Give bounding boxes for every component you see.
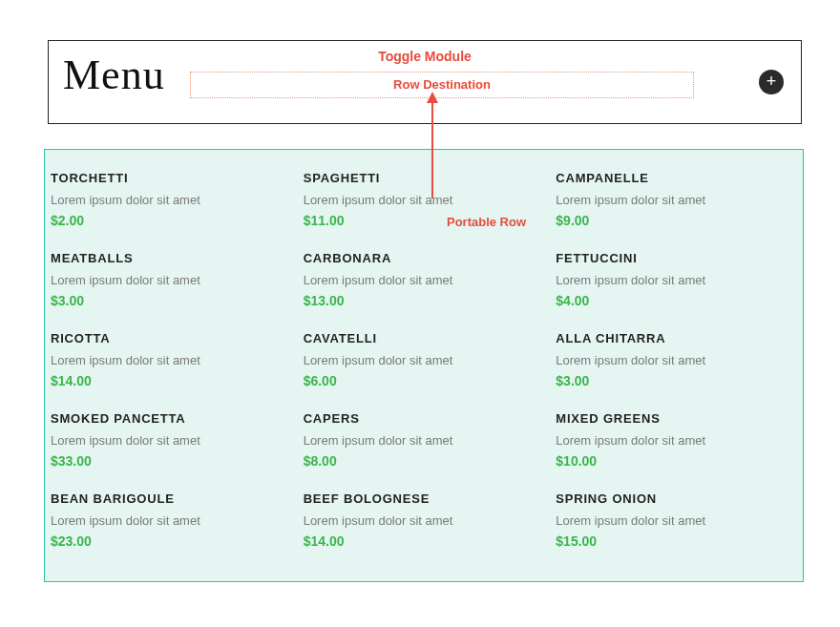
portable-row-label: Portable Row xyxy=(447,215,526,229)
menu-item-desc: Lorem ipsum dolor sit amet xyxy=(556,193,799,207)
menu-item-title: CARBONARA xyxy=(304,251,547,265)
portable-row-section[interactable]: TORCHETTILorem ipsum dolor sit amet$2.00… xyxy=(44,149,804,582)
menu-item-desc: Lorem ipsum dolor sit amet xyxy=(51,353,294,367)
menu-item: CARBONARALorem ipsum dolor sit amet$13.0… xyxy=(302,251,547,308)
menu-item-title: SPRING ONION xyxy=(556,491,799,506)
menu-item: RICOTTALorem ipsum dolor sit amet$14.00 xyxy=(49,331,294,388)
menu-item-price: $14.00 xyxy=(51,373,294,388)
menu-item-title: BEAN BARIGOULE xyxy=(51,491,294,506)
menu-item-price: $8.00 xyxy=(304,453,547,469)
menu-item-title: FETTUCCINI xyxy=(556,251,799,265)
menu-item-title: TORCHETTI xyxy=(51,171,294,185)
menu-item: BEAN BARIGOULELorem ipsum dolor sit amet… xyxy=(49,491,294,549)
menu-column: CAMPANELLELorem ipsum dolor sit amet$9.0… xyxy=(550,171,803,572)
row-destination-dropzone[interactable]: Row Destination xyxy=(190,72,694,98)
menu-item-price: $33.00 xyxy=(51,453,294,469)
menu-item-desc: Lorem ipsum dolor sit amet xyxy=(51,273,294,287)
menu-column: TORCHETTILorem ipsum dolor sit amet$2.00… xyxy=(45,171,298,572)
plus-icon: + xyxy=(766,72,777,91)
menu-item-desc: Lorem ipsum dolor sit amet xyxy=(556,513,799,528)
menu-item-title: CAMPANELLE xyxy=(556,171,799,185)
menu-item: FETTUCCINILorem ipsum dolor sit amet$4.0… xyxy=(554,251,799,308)
menu-item-title: SPAGHETTI xyxy=(304,171,547,185)
menu-item-desc: Lorem ipsum dolor sit amet xyxy=(304,513,547,528)
menu-item: BEEF BOLOGNESELorem ipsum dolor sit amet… xyxy=(302,491,547,549)
menu-item-title: BEEF BOLOGNESE xyxy=(304,491,547,506)
menu-item: CAPERSLorem ipsum dolor sit amet$8.00 xyxy=(302,411,547,469)
menu-item-title: ALLA CHITARRA xyxy=(556,331,799,345)
menu-item-title: RICOTTA xyxy=(51,331,294,345)
menu-item-desc: Lorem ipsum dolor sit amet xyxy=(556,433,799,448)
menu-item-title: CAPERS xyxy=(304,411,547,426)
menu-item: MEATBALLSLorem ipsum dolor sit amet$3.00 xyxy=(49,251,294,308)
menu-item: CAMPANELLELorem ipsum dolor sit amet$9.0… xyxy=(554,171,799,228)
menu-item-desc: Lorem ipsum dolor sit amet xyxy=(51,513,294,528)
menu-item-price: $13.00 xyxy=(304,293,547,308)
menu-item: CAVATELLILorem ipsum dolor sit amet$6.00 xyxy=(302,331,547,388)
menu-item-price: $3.00 xyxy=(51,293,294,308)
menu-item-price: $14.00 xyxy=(304,533,547,549)
menu-column: SPAGHETTILorem ipsum dolor sit amet$11.0… xyxy=(298,171,551,572)
menu-item-title: CAVATELLI xyxy=(304,331,547,345)
menu-item-price: $9.00 xyxy=(556,213,799,228)
menu-item-desc: Lorem ipsum dolor sit amet xyxy=(51,433,294,448)
menu-item-desc: Lorem ipsum dolor sit amet xyxy=(304,193,547,207)
menu-item-price: $23.00 xyxy=(51,533,294,549)
menu-item-title: MIXED GREENS xyxy=(556,411,799,426)
menu-item: TORCHETTILorem ipsum dolor sit amet$2.00 xyxy=(49,171,294,228)
menu-item-price: $6.00 xyxy=(304,373,547,388)
arrow-annotation xyxy=(431,94,433,199)
toggle-module-label: Toggle Module xyxy=(49,49,801,64)
add-button[interactable]: + xyxy=(759,70,784,94)
menu-item-title: SMOKED PANCETTA xyxy=(51,411,294,426)
menu-item: ALLA CHITARRALorem ipsum dolor sit amet$… xyxy=(554,331,799,388)
menu-item: SMOKED PANCETTALorem ipsum dolor sit ame… xyxy=(49,411,294,469)
menu-item-title: MEATBALLS xyxy=(51,251,294,265)
menu-item-desc: Lorem ipsum dolor sit amet xyxy=(51,193,294,207)
menu-item-price: $4.00 xyxy=(556,293,799,308)
menu-item-desc: Lorem ipsum dolor sit amet xyxy=(304,353,547,367)
toggle-module-box[interactable]: Menu Toggle Module Row Destination + xyxy=(48,40,802,124)
menu-item-desc: Lorem ipsum dolor sit amet xyxy=(556,273,799,287)
menu-item-price: $3.00 xyxy=(556,373,799,388)
menu-item: SPRING ONIONLorem ipsum dolor sit amet$1… xyxy=(554,491,799,549)
menu-item-desc: Lorem ipsum dolor sit amet xyxy=(304,433,547,448)
menu-item: MIXED GREENSLorem ipsum dolor sit amet$1… xyxy=(554,411,799,469)
menu-item-desc: Lorem ipsum dolor sit amet xyxy=(304,273,547,287)
menu-item-price: $15.00 xyxy=(556,533,799,549)
menu-item-price: $2.00 xyxy=(51,213,294,228)
menu-item-desc: Lorem ipsum dolor sit amet xyxy=(556,353,799,367)
menu-item-price: $10.00 xyxy=(556,453,799,469)
